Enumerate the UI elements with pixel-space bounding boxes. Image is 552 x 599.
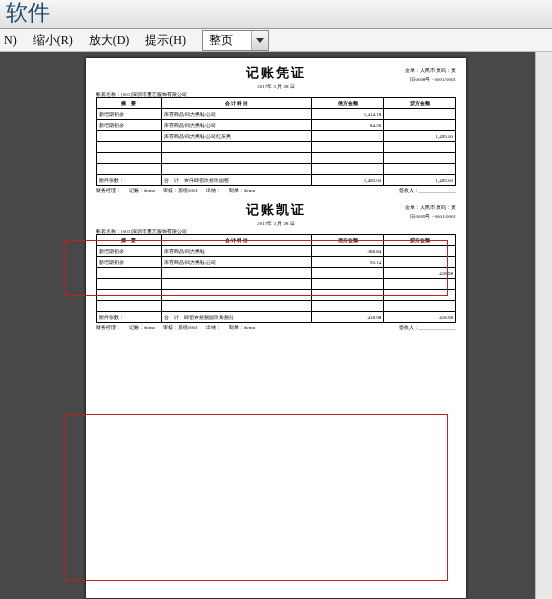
voucher-footer: 财务经理： 记账：demo 审核：系统0001 出纳： 制单：demo 签收人：… [96,324,456,330]
col-summary: 摘 要 [97,235,162,246]
app-title: 软件 [6,0,50,25]
print-page: 记账凭证 2017年 3 月 28 日 金单：人民币 页码：页 旧0008号 -… [86,58,466,598]
table-row [97,290,456,301]
col-account: 会 计 科 目 [161,235,312,246]
voucher-right2: 旧0009号 - 0001/0001 [405,212,456,221]
menu-shrink[interactable]: 缩小(R) [33,32,73,49]
col-credit: 贷方金额 [384,235,456,246]
chevron-down-icon [251,31,268,50]
table-row: 新增期初余库存商品/回力男鞋/公司84.26 [97,120,456,131]
table-row [97,142,456,153]
menubar: N) 缩小(R) 放大(D) 提示(H) 整页 [0,29,552,52]
menu-hint[interactable]: 提示(H) [145,32,186,49]
table-row: 新增期初余库存商品/回力男鞋/公司1,414.18 [97,109,456,120]
table-row: 418.98 [97,268,456,279]
table-row [97,279,456,290]
col-debit: 借方金额 [312,98,384,109]
table-row [97,164,456,175]
voucher-date: 2017年 3 月 28 日 [96,220,456,226]
window-titlebar: 软件 [0,0,552,29]
voucher-right1: 金单：人民币 页码：页 [405,66,456,75]
col-debit: 借方金额 [312,235,384,246]
voucher-title: 记账凭证 [96,64,456,82]
voucher-table: 摘 要 会 计 科 目 借方金额 贷方金额 新增期初余库存商品/回力男鞋/公司1… [96,97,456,186]
voucher-title: 记账凯证 [96,201,456,219]
menu-cut-n[interactable]: N) [4,33,17,48]
table-row: 库存商品/回力男鞋/公司红灰男1,499.00 [97,131,456,142]
col-credit: 贷方金额 [384,98,456,109]
col-summary: 摘 要 [97,98,162,109]
table-total: 附件张数：合 计 肆佰壹拾捌圆玖角捌分418.98418.98 [97,312,456,323]
table-row: 新增期初余库存商品/回力男鞋388.84 [97,246,456,257]
voucher-footer: 财务经理： 记账：demo 审核：系统0001 出纳： 制单：demo 签收人：… [96,187,456,193]
zoom-mode-combo[interactable]: 整页 [202,30,269,51]
voucher-2: 记账凯证 2017年 3 月 28 日 金单：人民币 页码：页 旧0009号 -… [96,201,456,330]
voucher-right2: 旧0008号 - 0001/0001 [405,75,456,84]
preview-viewport: 记账凭证 2017年 3 月 28 日 金单：人民币 页码：页 旧0008号 -… [0,52,552,599]
voucher-right1: 金单：人民币 页码：页 [405,203,456,212]
table-row: 新增期初余库存商品/回力男鞋/公司90.14 [97,257,456,268]
voucher-table: 摘 要 会 计 科 目 借方金额 贷方金额 新增期初余库存商品/回力男鞋388.… [96,234,456,323]
table-row [97,153,456,164]
col-account: 会 计 科 目 [161,98,312,109]
vertical-scrollbar[interactable] [535,52,552,599]
table-row [97,301,456,312]
voucher-1: 记账凭证 2017年 3 月 28 日 金单：人民币 页码：页 旧0008号 -… [96,64,456,193]
zoom-mode-value: 整页 [203,32,251,49]
table-total: 附件张数：合 计 壹仟肆佰玖拾玖圆整1,499.001,499.00 [97,175,456,186]
voucher-date: 2017年 3 月 28 日 [96,83,456,89]
menu-enlarge[interactable]: 放大(D) [89,32,130,49]
